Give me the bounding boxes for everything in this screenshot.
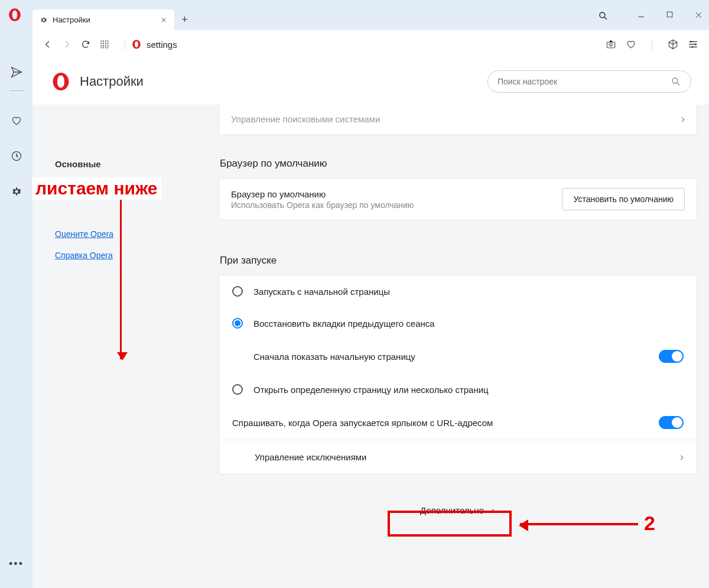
search-engines-row[interactable]: Управление поисковыми системами ›	[219, 105, 697, 135]
annotation-number-2: 2	[644, 512, 655, 535]
history-rail-icon[interactable]	[11, 150, 22, 162]
startup-opt3[interactable]: Открыть определенную страницу или нескол…	[219, 373, 697, 405]
sidebar-item-basic[interactable]: Основные	[50, 152, 210, 176]
new-tab-button[interactable]: +	[174, 9, 195, 30]
chevron-right-icon: ›	[681, 113, 685, 125]
send-icon[interactable]	[10, 66, 23, 79]
minimize-button[interactable]	[637, 11, 645, 20]
cube-icon[interactable]	[668, 39, 678, 50]
startup-ask: Спрашивать, когда Opera запускается ярлы…	[219, 405, 697, 440]
toggle-on[interactable]	[659, 416, 684, 429]
annotation-red-box	[388, 511, 512, 537]
tab-title: Настройки	[53, 15, 90, 24]
svg-rect-6	[607, 42, 615, 48]
manage-exceptions-row[interactable]: Управление исключениями ›	[219, 440, 697, 474]
radio-unchecked[interactable]	[232, 384, 243, 395]
svg-point-12	[672, 78, 678, 83]
svg-point-10	[691, 46, 693, 48]
page-title: Настройки	[80, 74, 144, 89]
opera-badge-icon	[131, 39, 142, 50]
svg-rect-1	[667, 12, 672, 17]
annotation-arrow-left	[520, 523, 638, 525]
startup-opt2-sub: Сначала показать начальную страницу	[219, 339, 697, 373]
startup-opt2[interactable]: Восстановить вкладки предыдущего сеанса	[219, 307, 697, 339]
svg-point-7	[610, 44, 613, 47]
snapshot-icon[interactable]	[606, 39, 616, 50]
search-icon	[671, 76, 681, 87]
set-default-button[interactable]: Установить по умолчанию	[562, 188, 685, 210]
svg-rect-5	[105, 45, 108, 48]
svg-rect-2	[101, 41, 104, 44]
svg-point-0	[600, 12, 605, 18]
maximize-button[interactable]	[666, 11, 674, 20]
svg-rect-3	[105, 41, 108, 44]
sidebar-link-rate[interactable]: Оцените Opera	[50, 223, 210, 245]
easy-setup-icon[interactable]	[688, 39, 698, 50]
startup-section-title: При запуске	[220, 255, 697, 267]
heart-icon[interactable]	[626, 39, 636, 50]
radio-checked[interactable]	[232, 318, 243, 329]
close-tab-icon[interactable]	[160, 17, 167, 24]
sidebar-link-help[interactable]: Справка Opera	[50, 245, 210, 266]
nav-toolbar: settings	[32, 30, 709, 59]
back-button[interactable]	[43, 40, 53, 49]
svg-rect-4	[101, 45, 104, 48]
left-rail: •••	[0, 30, 32, 588]
window-search-icon[interactable]	[598, 11, 609, 21]
heart-rail-icon[interactable]	[11, 115, 22, 126]
opera-logo-icon	[7, 7, 22, 22]
toggle-on[interactable]	[659, 350, 684, 363]
svg-point-8	[690, 41, 692, 43]
address-text[interactable]: settings	[147, 40, 177, 50]
speed-dial-icon[interactable]	[100, 40, 109, 49]
browser-tab[interactable]: Настройки	[32, 9, 174, 30]
more-rail-icon[interactable]: •••	[9, 558, 24, 570]
chevron-right-icon: ›	[680, 451, 684, 463]
svg-point-9	[694, 44, 696, 46]
opera-page-logo-icon	[50, 71, 71, 92]
annotation-arrow-down	[120, 200, 122, 359]
reload-button[interactable]	[81, 40, 90, 49]
default-browser-row: Браузер по умолчанию Использовать Opera …	[219, 178, 697, 220]
startup-opt1[interactable]: Запускать с начальной страницы	[219, 275, 697, 307]
annotation-scroll-label: листаем ниже	[32, 177, 161, 200]
forward-button[interactable]	[62, 40, 71, 49]
settings-search-input[interactable]	[497, 77, 671, 86]
default-browser-section-title: Браузер по умолчанию	[220, 158, 697, 170]
gear-icon	[40, 16, 48, 24]
close-window-button[interactable]	[694, 11, 703, 20]
settings-search[interactable]	[487, 70, 691, 93]
settings-rail-icon[interactable]	[11, 186, 22, 197]
radio-unchecked[interactable]	[232, 286, 243, 297]
